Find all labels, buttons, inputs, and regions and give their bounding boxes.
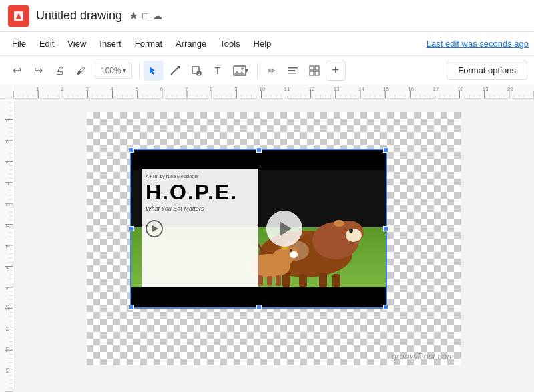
- image-tool-button[interactable]: ▾: [229, 61, 253, 81]
- menu-insert[interactable]: Insert: [93, 36, 128, 51]
- svg-line-3: [171, 67, 179, 75]
- vertical-ruler: [0, 99, 13, 392]
- table-icon: [309, 65, 320, 76]
- table-tool-button[interactable]: [304, 61, 324, 81]
- svg-rect-11: [288, 70, 295, 71]
- print-button[interactable]: 🖨: [49, 61, 69, 81]
- large-play-triangle: [280, 221, 292, 236]
- svg-rect-12: [288, 73, 296, 74]
- handle-br[interactable]: [383, 305, 388, 310]
- svg-rect-35: [267, 276, 272, 286]
- svg-point-31: [290, 251, 298, 258]
- large-play-button[interactable]: [266, 211, 302, 247]
- watermark: groovyPost.com: [392, 351, 454, 361]
- toolbar: ↩ ↪ 🖨 🖌 100% ▾ T ▾ ✏: [0, 56, 534, 85]
- svg-marker-8: [234, 71, 246, 75]
- content-area: A Film by Nina Messinger H.O.P.E. What Y…: [0, 99, 534, 392]
- svg-point-9: [241, 67, 244, 70]
- subtitle-text: What You Eat Matters: [146, 205, 254, 212]
- star-icon[interactable]: ★: [129, 9, 138, 22]
- select-tool-button[interactable]: [144, 61, 164, 81]
- menu-arrange[interactable]: Arrange: [169, 36, 213, 51]
- hope-title: H.O.P.E.: [146, 181, 254, 203]
- horizontal-ruler: [13, 85, 534, 99]
- line-tool-button[interactable]: [165, 61, 185, 81]
- svg-rect-13: [310, 66, 314, 70]
- menu-format[interactable]: Format: [128, 36, 169, 51]
- menu-bar: File Edit View Insert Format Arrange Too…: [0, 32, 534, 56]
- hope-text-bg: A Film by Nina Messinger H.O.P.E. What Y…: [142, 169, 258, 287]
- ruler-row: [0, 85, 534, 99]
- cloud-icon[interactable]: ☁: [152, 10, 162, 22]
- zoom-value: 100%: [101, 66, 121, 75]
- drive-icon[interactable]: □: [142, 10, 148, 21]
- shape-icon: [191, 65, 202, 76]
- svg-rect-25: [319, 273, 327, 287]
- last-edit-status: Last edit was seconds ago: [427, 39, 529, 49]
- zoom-chevron-icon: ▾: [123, 67, 126, 74]
- menu-view[interactable]: View: [61, 36, 93, 51]
- redo-button[interactable]: ↪: [28, 61, 48, 81]
- small-play-button[interactable]: [146, 220, 163, 237]
- app-icon: [8, 5, 29, 27]
- svg-rect-34: [258, 275, 263, 286]
- svg-rect-14: [315, 66, 319, 70]
- svg-rect-36: [276, 275, 281, 286]
- handle-tl[interactable]: [129, 147, 134, 153]
- handle-tr[interactable]: [383, 147, 388, 153]
- menu-help[interactable]: Help: [247, 36, 278, 51]
- svg-point-22: [334, 220, 344, 227]
- drawings-logo-svg: [12, 9, 25, 23]
- menu-tools[interactable]: Tools: [213, 36, 246, 51]
- small-play-icon: [152, 225, 158, 232]
- video-content: A Film by Nina Messinger H.O.P.E. What Y…: [131, 150, 386, 307]
- svg-point-32: [290, 249, 292, 252]
- textbox-tool-button[interactable]: T: [208, 61, 228, 81]
- zoom-dropdown[interactable]: 100% ▾: [95, 63, 132, 79]
- menu-edit[interactable]: Edit: [33, 36, 61, 51]
- paint-format-button[interactable]: 🖌: [71, 61, 91, 81]
- title-bar: Untitled drawing ★ □ ☁: [0, 0, 534, 32]
- undo-button[interactable]: ↩: [7, 61, 27, 81]
- shape-tool-button[interactable]: [186, 61, 206, 81]
- drawing-surface[interactable]: A Film by Nina Messinger H.O.P.E. What Y…: [87, 112, 461, 365]
- align-tool-button[interactable]: [283, 61, 303, 81]
- video-element[interactable]: A Film by Nina Messinger H.O.P.E. What Y…: [130, 149, 387, 309]
- insert-button[interactable]: +: [326, 61, 346, 81]
- image-icon: [233, 65, 246, 76]
- format-options-button[interactable]: Format options: [447, 61, 527, 80]
- svg-rect-15: [310, 71, 314, 75]
- svg-rect-10: [288, 67, 298, 69]
- handle-bl[interactable]: [129, 305, 134, 310]
- handle-tc[interactable]: [256, 147, 262, 153]
- svg-point-20: [346, 229, 362, 242]
- ruler-corner: [0, 85, 13, 99]
- app-title: Untitled drawing: [36, 9, 122, 23]
- toolbar-separator-2: [257, 63, 258, 79]
- align-icon: [288, 65, 298, 76]
- canvas-scroll-area[interactable]: A Film by Nina Messinger H.O.P.E. What Y…: [13, 99, 534, 392]
- pen-tool-button[interactable]: ✏: [262, 61, 282, 81]
- svg-rect-26: [332, 274, 340, 287]
- svg-rect-16: [315, 71, 319, 75]
- svg-marker-2: [150, 67, 156, 75]
- svg-rect-23: [282, 273, 290, 287]
- toolbar-separator-1: [139, 63, 140, 79]
- svg-rect-5: [192, 67, 199, 73]
- handle-mr[interactable]: [383, 226, 388, 231]
- menu-file[interactable]: File: [5, 36, 33, 51]
- cursor-icon: [148, 65, 159, 76]
- handle-bc[interactable]: [256, 305, 262, 310]
- black-bar-top: [131, 150, 386, 170]
- handle-ml[interactable]: [129, 226, 134, 231]
- svg-rect-24: [299, 274, 307, 287]
- line-icon: [170, 65, 180, 76]
- svg-point-21: [349, 229, 353, 233]
- film-by-text: A Film by Nina Messinger: [146, 174, 254, 179]
